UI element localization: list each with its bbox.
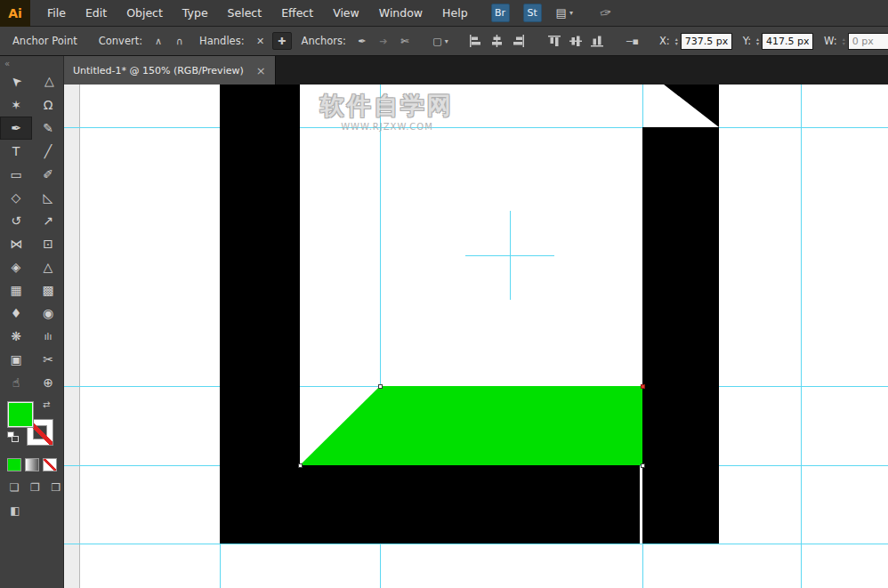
bottom-bar-shape[interactable] [300,465,640,544]
watermark: 软件自学网 WWW.RJZXW.COM [306,90,468,132]
corner-triangle-shape[interactable] [642,85,719,127]
w-stepper[interactable]: ▴ ▾ [843,36,845,45]
guide-vertical[interactable] [801,85,802,588]
cs-live-icon[interactable]: ✑ [598,4,614,23]
menu-window[interactable]: Window [369,0,432,27]
artboard-tool[interactable]: ▣ [0,348,32,371]
draw-behind-button[interactable]: ❐ [28,480,42,495]
artboard-canvas[interactable]: 软件自学网 WWW.RJZXW.COM [64,85,888,588]
menu-list: File Edit Object Type Select Effect View… [37,0,478,27]
align-bottom-button[interactable] [587,32,607,50]
arrange-documents-icon[interactable]: ▤ ▾ [556,6,573,20]
right-stem-shape[interactable] [642,127,719,544]
convert-to-corner-button[interactable]: ∧ [149,32,168,50]
shape-builder-tool[interactable]: ◈ [0,255,32,278]
hide-handles-button[interactable]: ✕ [251,32,270,50]
menu-edit[interactable]: Edit [76,0,117,27]
menu-type[interactable]: Type [173,0,218,27]
eyedropper-tool[interactable]: ♦ [0,302,32,325]
mesh-tool[interactable]: ▦ [0,278,32,302]
x-stepper[interactable]: ▴ ▾ [675,36,678,45]
hand-tool[interactable]: ☝ [0,371,32,394]
selection-tool[interactable]: ➤ [0,70,32,93]
eraser-tool[interactable]: ◺ [32,186,64,209]
free-transform-tool[interactable]: ⊡ [32,232,64,255]
fill-color-swatch[interactable] [7,401,34,428]
rotate-tool[interactable]: ↺ [0,209,32,232]
menu-effect[interactable]: Effect [271,0,323,27]
default-fill-stroke-icon[interactable] [7,431,20,443]
align-top-icon [548,35,561,48]
eraser-tool-icon: ◺ [44,190,53,205]
symbol-sprayer-tool[interactable]: ❋ [0,325,32,348]
lasso-tool[interactable]: Ω [32,93,64,117]
x-input[interactable] [681,33,732,50]
draw-normal-button[interactable]: ❏ [7,480,21,495]
align-left-button[interactable] [466,32,486,50]
anchor-point-highlighted[interactable] [641,384,645,389]
align-right-button[interactable] [509,32,529,50]
shaper-tool-icon: ◇ [12,190,21,205]
line-segment-tool[interactable]: ╱ [32,140,64,163]
stock-button[interactable]: St [523,4,542,22]
type-tool-icon: T [12,144,20,158]
anchor-point[interactable] [641,463,645,468]
anchor-point[interactable] [298,463,303,468]
slice-tool[interactable]: ✂ [32,348,64,371]
tools-panel-header[interactable]: « [0,56,63,70]
swap-fill-stroke-icon[interactable]: ⇄ [43,399,50,409]
show-handles-button[interactable]: ✚ [272,32,292,50]
convert-to-smooth-button[interactable]: ∩ [170,32,190,50]
gradient-tool[interactable]: ▩ [32,278,64,302]
y-stepper[interactable]: ▴ ▾ [756,36,759,45]
zoom-tool[interactable]: ⊕ [32,371,64,394]
width-tool[interactable]: ⋈ [0,232,32,255]
bridge-button[interactable]: Br [491,4,510,22]
paintbrush-tool[interactable]: ✐ [32,163,64,186]
curvature-tool[interactable]: ✎ [32,117,64,140]
screen-mode-row: ◧ [7,503,63,518]
menu-view[interactable]: View [323,0,369,27]
magic-wand-tool[interactable]: ✶ [0,93,32,117]
blend-tool[interactable]: ◉ [32,302,64,325]
rectangle-tool[interactable]: ▭ [0,163,32,186]
none-button[interactable] [43,458,57,471]
w-input[interactable] [848,33,888,50]
left-stem-shape[interactable] [220,85,300,544]
control-bar: Anchor Point Convert: ∧ ∩ Handles: ✕ ✚ A… [0,27,888,56]
menu-help[interactable]: Help [432,0,478,27]
illustrator-logo: Ai [0,0,30,27]
perspective-grid-tool[interactable]: △ [32,255,64,278]
distribute-spacing-button[interactable]: ─▪ [623,32,642,50]
guide-horizontal[interactable] [64,127,888,128]
align-middle-button[interactable] [566,32,585,50]
document-tab-title: Untitled-1* @ 150% (RGB/Preview) [73,65,244,77]
cut-path-button[interactable]: ✄ [395,32,415,50]
menu-object[interactable]: Object [117,0,173,27]
direct-selection-tool[interactable]: ▷ [32,70,64,93]
draw-inside-button[interactable]: ❒ [49,480,63,495]
menu-select[interactable]: Select [218,0,272,27]
remove-anchor-button[interactable]: ✒ [352,32,372,50]
y-input[interactable] [762,33,813,50]
document-tab[interactable]: Untitled-1* @ 150% (RGB/Preview) × [64,56,276,85]
pen-tool[interactable]: ✒ [0,117,32,140]
tab-close-icon[interactable]: × [256,65,266,77]
gradient-button[interactable] [25,458,39,471]
menu-file[interactable]: File [37,0,76,27]
guide-horizontal[interactable] [64,544,888,544]
scale-tool[interactable]: ↗ [32,209,64,232]
connect-anchors-button[interactable]: ➔ [374,32,393,50]
anchor-point[interactable] [378,384,383,389]
color-button[interactable] [7,458,21,471]
align-center-button[interactable] [488,32,507,50]
shaper-tool[interactable]: ◇ [0,186,32,209]
isolate-selection-button[interactable]: ▢ ▾ [431,32,450,50]
stepper-down-icon: ▾ [843,41,845,45]
menu-bar: Ai File Edit Object Type Select Effect V… [0,0,888,27]
align-top-button[interactable] [545,32,564,50]
green-parallelogram-shape[interactable] [300,386,642,465]
graph-tool[interactable]: ılı [32,325,64,348]
type-tool[interactable]: T [0,140,32,163]
screen-mode-button[interactable]: ◧ [7,503,23,518]
